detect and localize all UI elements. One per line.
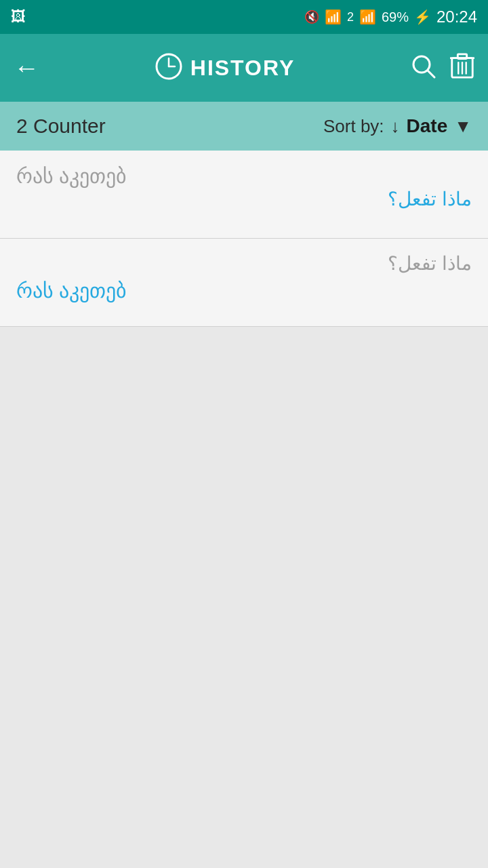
status-right-info: 🔇 📶 2 📶 69% ⚡ 20:24: [304, 7, 477, 26]
sort-value: Date: [407, 115, 448, 137]
svg-rect-7: [458, 54, 466, 59]
photo-icon: 🖼: [11, 8, 26, 26]
sort-by-label: Sort by:: [323, 116, 384, 137]
list-item[interactable]: რას აკეთებ ماذا تفعل؟: [0, 151, 488, 239]
app-bar-center: HISTORY: [155, 53, 295, 83]
georgian-text-1: რას აკეთებ: [16, 164, 472, 188]
sort-direction-icon: ↓: [391, 116, 400, 137]
signal-icon: 📶: [359, 9, 376, 25]
battery-icon: ⚡: [414, 9, 431, 25]
georgian-text-2: რას აკეთებ: [16, 279, 472, 302]
notification-icon: 2: [347, 10, 354, 24]
svg-line-4: [428, 71, 434, 77]
arabic-text-2: ماذا تفعل؟: [16, 252, 472, 275]
counter-label: 2 Counter: [16, 115, 106, 138]
wifi-icon: 📶: [325, 9, 342, 25]
delete-icon[interactable]: [450, 53, 474, 83]
time-display: 20:24: [436, 7, 477, 26]
mute-icon: 🔇: [304, 9, 319, 24]
clock-icon: [155, 53, 182, 83]
list-item[interactable]: ماذا تفعل؟ რას აკეთებ: [0, 239, 488, 327]
filter-bar: 2 Counter Sort by: ↓ Date ▼: [0, 102, 488, 151]
arabic-text-1: ماذا تفعل؟: [16, 188, 472, 210]
search-icon[interactable]: [411, 54, 436, 82]
sort-controls[interactable]: Sort by: ↓ Date ▼: [323, 115, 472, 137]
chevron-down-icon[interactable]: ▼: [454, 116, 472, 137]
status-bar: 🖼 🔇 📶 2 📶 69% ⚡ 20:24: [0, 0, 488, 34]
back-button[interactable]: ←: [14, 54, 39, 83]
status-left-icons: 🖼: [11, 8, 26, 26]
battery-percent: 69%: [382, 9, 409, 25]
app-bar: ← HISTORY: [0, 34, 488, 102]
history-list: რას აკეთებ ماذا تفعل؟ ماذا تفعل؟ რას აკე…: [0, 151, 488, 327]
page-title: HISTORY: [190, 56, 295, 81]
